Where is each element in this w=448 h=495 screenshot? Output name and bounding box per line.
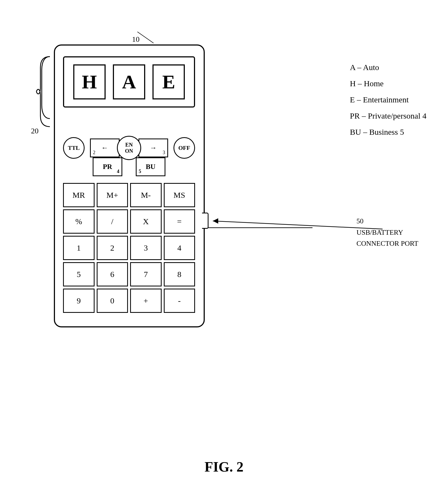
key-minus[interactable]: - bbox=[164, 289, 195, 313]
legend-label-h: Home bbox=[364, 79, 384, 88]
key-divide[interactable]: / bbox=[97, 209, 128, 234]
key-mplus[interactable]: M+ bbox=[97, 183, 128, 207]
legend: A – Auto H – Home E – Entertainment PR –… bbox=[350, 59, 426, 140]
key-equals[interactable]: = bbox=[164, 209, 195, 234]
legend-item-a: A – Auto bbox=[350, 59, 426, 75]
svg-marker-4 bbox=[213, 218, 218, 224]
legend-dash-e: – bbox=[357, 95, 363, 104]
legend-key-a: A bbox=[350, 63, 355, 72]
legend-item-pr: PR – Private/personal 4 bbox=[350, 108, 426, 124]
svg-line-0 bbox=[137, 32, 154, 43]
key-1[interactable]: 1 bbox=[63, 236, 95, 260]
legend-label-e: Entertainment bbox=[363, 95, 409, 104]
pr-num: 4 bbox=[117, 169, 119, 174]
keypad-row-5: 9 0 + - bbox=[63, 289, 195, 313]
key-mr[interactable]: MR bbox=[63, 183, 95, 207]
key-6[interactable]: 6 bbox=[97, 262, 128, 286]
key-plus[interactable]: + bbox=[130, 289, 162, 313]
legend-item-bu: BU – Business 5 bbox=[350, 124, 426, 140]
display-key-e[interactable]: E bbox=[152, 64, 185, 99]
legend-label-bu: Business 5 bbox=[369, 127, 404, 136]
legend-item-e: E – Entertainment bbox=[350, 92, 426, 108]
left-num: 2 bbox=[93, 150, 95, 155]
key-3[interactable]: 3 bbox=[130, 236, 162, 260]
key-9[interactable]: 9 bbox=[63, 289, 95, 313]
key-7[interactable]: 7 bbox=[130, 262, 162, 286]
left-arrow-button[interactable]: ← 2 bbox=[90, 139, 120, 157]
device: H A E TTL ← 2 → 3 EN ON bbox=[54, 44, 205, 327]
key-ms[interactable]: MS bbox=[164, 183, 195, 207]
pr-label: PR bbox=[103, 163, 112, 171]
en-label: EN bbox=[125, 142, 133, 148]
on-label: ON bbox=[125, 148, 133, 154]
legend-dash-pr: – bbox=[362, 111, 368, 120]
display-key-a[interactable]: A bbox=[113, 64, 145, 99]
legend-dash-bu: – bbox=[363, 127, 369, 136]
usb-line2: CONNECTOR PORT bbox=[356, 238, 418, 249]
bu-num: 5 bbox=[139, 169, 141, 174]
usb-label: 50 USB/BATTERY CONNECTOR PORT bbox=[356, 216, 418, 249]
key-percent[interactable]: % bbox=[63, 209, 95, 234]
page: H A E TTL ← 2 → 3 EN ON bbox=[0, 0, 448, 495]
right-arrow-button[interactable]: → 3 bbox=[138, 139, 168, 157]
legend-label-pr: Private/personal 4 bbox=[368, 111, 426, 120]
nav-area: TTL ← 2 → 3 EN ON PR bbox=[63, 118, 195, 178]
display-area: H A E bbox=[63, 56, 195, 108]
keypad-row-3: 1 2 3 4 bbox=[63, 236, 195, 260]
legend-label-a: Auto bbox=[363, 63, 379, 72]
bu-label: BU bbox=[146, 163, 155, 171]
off-button[interactable]: OFF bbox=[173, 137, 195, 159]
keypad-row-1: MR M+ M- MS bbox=[63, 183, 195, 207]
key-8[interactable]: 8 bbox=[164, 262, 195, 286]
keypad-row-4: 5 6 7 8 bbox=[63, 262, 195, 286]
ref-10: 10 bbox=[132, 35, 140, 44]
left-arrow-icon: ← bbox=[101, 144, 108, 152]
legend-dash-h: – bbox=[358, 79, 364, 88]
fig-label: FIG. 2 bbox=[204, 459, 243, 475]
usb-line1: USB/BATTERY bbox=[356, 227, 418, 238]
key-5[interactable]: 5 bbox=[63, 262, 95, 286]
bu-button[interactable]: BU 5 bbox=[136, 157, 165, 176]
legend-key-h: H bbox=[350, 79, 356, 88]
key-4[interactable]: 4 bbox=[164, 236, 195, 260]
keypad: MR M+ M- MS % / X = 1 2 3 4 5 6 7 8 bbox=[63, 183, 195, 315]
right-arrow-icon: → bbox=[150, 144, 157, 152]
legend-key-e: E bbox=[350, 95, 355, 104]
legend-item-h: H – Home bbox=[350, 75, 426, 92]
en-on-button[interactable]: EN ON bbox=[117, 136, 141, 160]
keypad-row-2: % / X = bbox=[63, 209, 195, 234]
right-num: 3 bbox=[163, 150, 165, 155]
display-key-h[interactable]: H bbox=[73, 64, 106, 99]
key-2[interactable]: 2 bbox=[97, 236, 128, 260]
pr-button[interactable]: PR 4 bbox=[93, 157, 122, 176]
key-0[interactable]: 0 bbox=[97, 289, 128, 313]
brace-20 bbox=[35, 54, 54, 129]
legend-dash-a: – bbox=[357, 63, 363, 72]
key-mminus[interactable]: M- bbox=[130, 183, 162, 207]
usb-number: 50 bbox=[356, 216, 418, 227]
ttl-button[interactable]: TTL bbox=[63, 137, 85, 159]
legend-key-bu: BU bbox=[350, 127, 361, 136]
key-multiply[interactable]: X bbox=[130, 209, 162, 234]
cross-pad: ← 2 → 3 EN ON PR 4 bbox=[90, 120, 168, 176]
usb-port bbox=[202, 213, 209, 229]
legend-key-pr: PR bbox=[350, 111, 360, 120]
